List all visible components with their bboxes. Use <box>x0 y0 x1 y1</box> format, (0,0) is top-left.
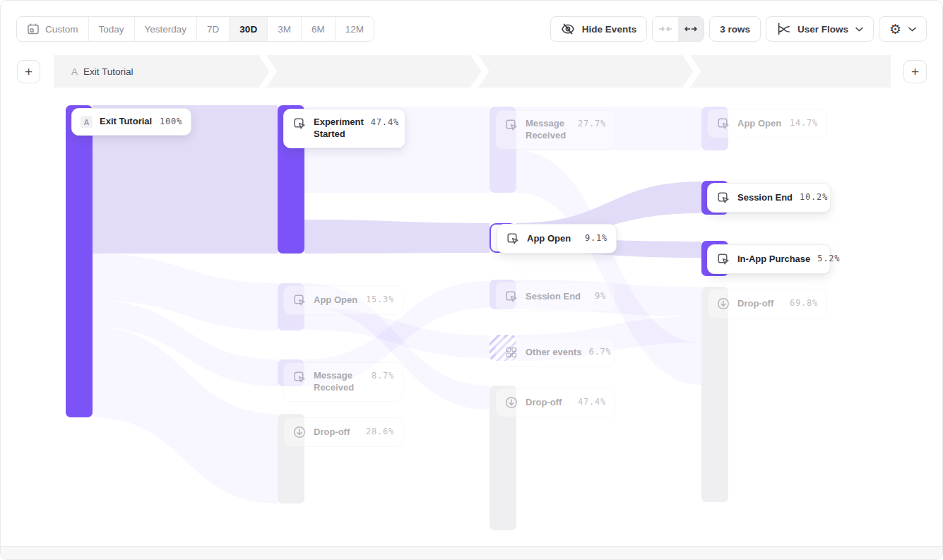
event-icon <box>716 191 730 205</box>
flow-node-value: 69.8% <box>790 297 818 309</box>
flow-node-value: 8.7% <box>372 370 394 382</box>
flow-card-experiment-started[interactable]: Experiment Started47.4% <box>283 109 405 148</box>
flow-node-value: 15.3% <box>366 294 394 306</box>
event-icon <box>716 117 730 131</box>
flow-node-value: 9% <box>595 290 606 302</box>
user-flows-app: CustomTodayYesterday7D30D3M6M12M Hide Ev… <box>0 0 943 560</box>
other-events-icon <box>504 345 518 359</box>
flow-card-drop-off-4[interactable]: Drop-off69.8% <box>707 289 827 318</box>
flow-node-value: 28.6% <box>366 426 394 438</box>
flow-card-session-end-4[interactable]: Session End10.2% <box>707 183 831 213</box>
flow-node-label: Session End <box>526 291 581 303</box>
flow-card-in-app-purchase-4[interactable]: In-App Purchase5.2% <box>707 244 831 274</box>
flow-node-label: Message Received <box>314 370 364 394</box>
step-letter-badge: A <box>81 116 93 128</box>
flow-card-message-received-2[interactable]: Message Received8.7% <box>283 362 403 402</box>
flow-links-layer <box>1 1 943 560</box>
flow-node-value: 47.4% <box>371 117 399 129</box>
flow-node-label: App Open <box>737 118 781 130</box>
flow-node-value: 6.7% <box>588 346 611 358</box>
flow-card-app-open-2[interactable]: App Open15.3% <box>283 285 403 315</box>
flow-node-value: 27.7% <box>578 118 606 130</box>
flow-card-drop-off-2[interactable]: Drop-off28.6% <box>283 417 403 447</box>
event-icon <box>292 117 307 131</box>
flow-node-label: App Open <box>527 233 571 245</box>
event-icon <box>504 118 518 132</box>
flow-node-label: Other events <box>526 347 581 359</box>
drop-off-icon <box>716 297 730 311</box>
event-icon <box>504 290 518 304</box>
flow-bar-drop-off-4[interactable] <box>701 287 728 502</box>
flow-node-value: 9.1% <box>585 232 607 244</box>
flow-card-app-open-3[interactable]: App Open9.1% <box>497 224 617 254</box>
event-icon <box>506 232 520 246</box>
flow-node-label: App Open <box>314 294 357 306</box>
flow-node-label: Session End <box>737 192 793 204</box>
flow-card-other-events-3[interactable]: Other events6.7% <box>495 338 615 367</box>
flow-node-value: 5.2% <box>817 253 840 265</box>
drop-off-icon <box>504 395 518 410</box>
flow-card-session-end-3[interactable]: Session End9% <box>495 282 615 311</box>
flow-node-label: Drop-off <box>314 427 350 439</box>
flow-node-label: Experiment Started <box>314 117 364 141</box>
flow-node-value: 14.7% <box>790 117 818 129</box>
flow-card-drop-off-3[interactable]: Drop-off47.4% <box>495 388 615 417</box>
flow-node-label: Drop-off <box>737 298 773 310</box>
flow-card-exit-tutorial[interactable]: AExit Tutorial100% <box>71 108 191 136</box>
flow-node-label: Drop-off <box>526 397 562 409</box>
flow-node-value: 47.4% <box>578 396 606 408</box>
event-icon <box>292 293 307 307</box>
flow-node-label: Exit Tutorial <box>100 116 152 128</box>
flow-bar-exit-tutorial[interactable] <box>66 105 93 417</box>
event-icon <box>716 252 730 266</box>
flow-node-label: In-App Purchase <box>737 254 810 266</box>
event-icon <box>292 370 307 384</box>
flow-node-label: Message Received <box>526 118 571 142</box>
flow-node-value: 100% <box>160 116 182 128</box>
flow-link-experiment-started-to-app-open-3[interactable] <box>304 220 490 254</box>
drop-off-icon <box>292 425 307 439</box>
flow-node-value: 10.2% <box>800 191 828 203</box>
flow-card-app-open-4[interactable]: App Open14.7% <box>707 109 827 138</box>
flow-card-message-received-3[interactable]: Message Received27.7% <box>495 110 615 150</box>
